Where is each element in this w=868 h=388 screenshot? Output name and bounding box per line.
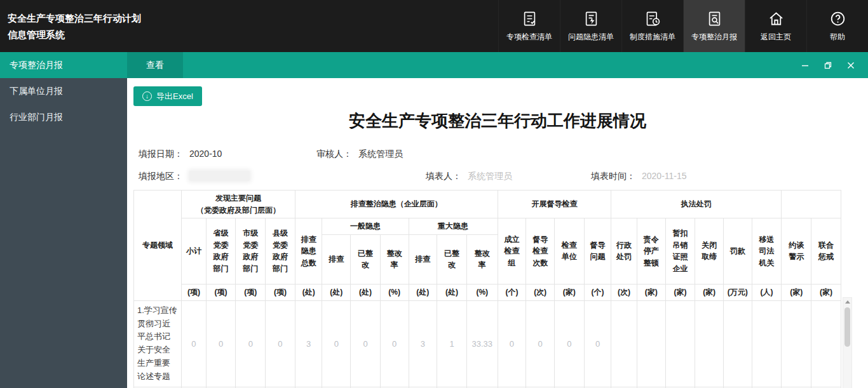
- nav-item-label: 专项整治月报: [691, 32, 737, 43]
- doc-edit-icon: [583, 10, 600, 27]
- column-header: (处): [409, 284, 437, 300]
- table-scrollbar[interactable]: [843, 297, 852, 388]
- column-header: [782, 191, 841, 218]
- column-header: 市级 党委 政府 部门: [236, 218, 266, 284]
- sidebar-item-2[interactable]: 行业部门月报: [0, 104, 127, 130]
- value-cell: 0: [206, 300, 236, 387]
- nav-item-2[interactable]: 制度措施清单: [621, 0, 683, 52]
- nav-item-label: 专项检查清单: [506, 32, 552, 43]
- auditor-field: 审核人：系统管理员: [316, 149, 403, 160]
- column-header: 整改 率: [466, 234, 498, 284]
- column-header: 排查: [322, 234, 351, 284]
- column-header: (家): [637, 284, 665, 300]
- sidebar: 专项整治月报下属单位月报行业部门月报: [0, 52, 127, 388]
- column-header: 行政 处罚: [611, 218, 637, 284]
- filler-field: 填表人：系统管理员: [426, 171, 512, 182]
- column-header: 责令 停产 整顿: [637, 218, 665, 284]
- sidebar-item-1[interactable]: 下属单位月报: [0, 78, 127, 104]
- nav-item-1[interactable]: 问题隐患清单: [560, 0, 621, 52]
- table-header-row: 小计省级 党委 政府 部门市级 党委 政府 部门县级 党委 政府 部门排查 隐患…: [134, 218, 841, 235]
- column-header: 检查 单位: [554, 218, 584, 284]
- window-controls: [798, 58, 868, 72]
- column-header: (处): [351, 284, 381, 300]
- table-header-row: (项)(项)(项)(项)(处)(处)(处)(%)(处)(处)(%)(个)(次)(…: [134, 284, 841, 300]
- sidebar-item-0[interactable]: 专项整治月报: [0, 52, 127, 78]
- value-cell: 3: [409, 300, 437, 387]
- column-header: 小计: [182, 218, 207, 284]
- report-table-container: 专题领域发现主要问题 （党委政府及部门层面）排查整治隐患（企业层面）开展督导检查…: [133, 190, 853, 388]
- column-header: (%): [380, 284, 409, 300]
- column-header: (处): [322, 284, 351, 300]
- minimize-button[interactable]: [798, 58, 812, 72]
- value-cell: 0: [351, 300, 381, 387]
- column-header: 已整 改: [437, 234, 467, 284]
- column-header: (家): [554, 284, 584, 300]
- column-header: 省级 党委 政府 部门: [206, 218, 236, 284]
- column-header: 联合 惩戒: [811, 218, 841, 284]
- close-icon: [846, 61, 855, 70]
- value-cell: 0: [498, 300, 526, 387]
- app-header: 安全生产专项整治三年行动计划 信息管理系统 专项检查清单问题隐患清单制度措施清单…: [0, 0, 868, 52]
- doc-clock-icon: [644, 10, 661, 27]
- value-cell: [665, 300, 695, 387]
- column-header: (项): [182, 284, 207, 300]
- scrollbar-up-arrow[interactable]: [845, 300, 850, 304]
- app-title-line1: 安全生产专项整治三年行动计划: [8, 10, 141, 27]
- value-cell: 0: [182, 300, 207, 387]
- fill-date-field: 填报日期：2020-10: [139, 149, 222, 160]
- restore-button[interactable]: [821, 58, 835, 72]
- nav-item-5[interactable]: 帮助: [806, 0, 868, 52]
- header-nav: 专项检查清单问题隐患清单制度措施清单专项整治月报返回主页帮助: [498, 0, 868, 52]
- export-excel-button[interactable]: ↓ 导出Excel: [133, 86, 202, 106]
- column-header: 关闭 取缔: [695, 218, 724, 284]
- auditor-value: 系统管理员: [358, 149, 403, 159]
- nav-item-0[interactable]: 专项检查清单: [498, 0, 560, 52]
- export-excel-label: 导出Excel: [156, 91, 193, 102]
- column-header: 排查 隐患 总数: [295, 218, 322, 284]
- column-header: (家): [782, 284, 811, 300]
- column-header: (处): [295, 284, 322, 300]
- nav-item-label: 返回主页: [761, 32, 791, 43]
- column-header: 督导 问题: [584, 218, 611, 284]
- region-label: 填报地区：: [139, 171, 183, 181]
- column-header: (次): [526, 284, 555, 300]
- restore-icon: [824, 61, 832, 70]
- tab-view[interactable]: 查看: [127, 52, 183, 78]
- value-cell: [723, 300, 752, 387]
- column-header: (%): [466, 284, 498, 300]
- close-button[interactable]: [844, 58, 858, 72]
- meta-row-2: 填报地区： 填表人：系统管理员 填表时间：2020-11-15: [127, 171, 868, 184]
- column-header: 重大隐患: [409, 218, 498, 235]
- column-header: (人): [752, 284, 782, 300]
- nav-item-3[interactable]: 专项整治月报: [683, 0, 745, 52]
- column-header: (项): [236, 284, 266, 300]
- help-icon: [829, 10, 846, 27]
- fill-time-field: 填表时间：2020-11-15: [591, 171, 687, 182]
- doc-search-icon: [706, 10, 723, 27]
- value-cell: [695, 300, 724, 387]
- auditor-label: 审核人：: [316, 149, 352, 159]
- column-header: 罚款: [723, 218, 752, 284]
- region-value-redacted: [189, 171, 250, 181]
- value-cell: 1: [437, 300, 467, 387]
- value-cell: 0: [380, 300, 409, 387]
- filler-value: 系统管理员: [468, 171, 512, 181]
- column-header: 约谈 警示: [782, 218, 811, 284]
- tab-bar: 查看: [127, 52, 868, 78]
- column-header: 督导 检查 次数: [526, 218, 555, 284]
- value-cell: 0: [322, 300, 351, 387]
- column-header: (万元): [723, 284, 752, 300]
- main-content: ↓ 导出Excel 安全生产专项整治三年行动工作进展情况 填报日期：2020-1…: [127, 78, 868, 388]
- column-header: 移送 司法 机关: [752, 218, 782, 284]
- column-header: 执法处罚: [611, 191, 782, 218]
- column-header: (项): [266, 284, 295, 300]
- home-icon: [768, 10, 785, 27]
- table-row: 1.学习宣传贯彻习近平总书记关于安全生产重要论述专题000030003133.3…: [134, 300, 841, 387]
- column-header: 整改 率: [380, 234, 409, 284]
- nav-item-4[interactable]: 返回主页: [745, 0, 806, 52]
- column-header: (次): [611, 284, 637, 300]
- column-header: 专题领域: [134, 191, 182, 301]
- fill-time-label: 填表时间：: [591, 171, 635, 181]
- report-table: 专题领域发现主要问题 （党委政府及部门层面）排查整治隐患（企业层面）开展督导检查…: [133, 190, 841, 388]
- scrollbar-thumb[interactable]: [844, 307, 850, 347]
